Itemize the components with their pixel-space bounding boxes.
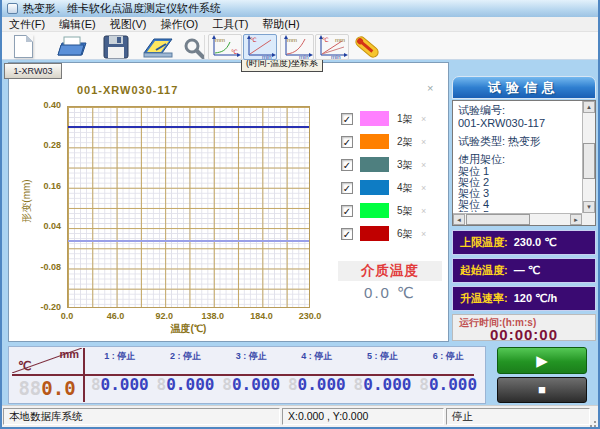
scroll-up-icon[interactable]: ▲: [583, 101, 595, 113]
channel-value: 0.000: [101, 375, 149, 394]
check-icon: ✓: [343, 114, 351, 125]
ghost-digits: 88: [18, 377, 41, 399]
report-button[interactable]: [142, 35, 174, 60]
medium-temp-label: 介质温度: [361, 263, 419, 278]
channel-status: 4 : 停止: [284, 350, 350, 362]
x-tick: 184.0: [250, 311, 273, 321]
legend-remove-icon[interactable]: ×: [421, 229, 426, 239]
rack1-checkbox[interactable]: ✓: [341, 113, 353, 125]
legend-label: 5架: [397, 204, 421, 218]
check-icon: ✓: [343, 160, 351, 171]
scroll-down-icon[interactable]: ▼: [583, 201, 595, 213]
y-tick: 0.28: [43, 140, 61, 150]
chart-mode-deform-temp-button[interactable]: mm ℃: [208, 34, 242, 60]
channel-display: 80.000: [284, 375, 350, 394]
menu-view[interactable]: 视图(V): [103, 17, 154, 31]
legend-label: 3架: [397, 158, 421, 172]
rack5-checkbox[interactable]: ✓: [341, 205, 353, 217]
legend-remove-icon[interactable]: ×: [421, 183, 426, 193]
legend-label: 6架: [397, 227, 421, 241]
open-file-button[interactable]: [56, 35, 88, 59]
x-tick: 46.0: [107, 311, 125, 321]
info-line: 试验编号:: [458, 104, 580, 117]
info-line: 架位 5: [458, 210, 580, 212]
axis-label: min: [331, 54, 341, 59]
axis-label: min: [262, 54, 272, 59]
new-document-button[interactable]: [14, 35, 33, 58]
ghost-digit: 8: [419, 375, 429, 394]
app-window: 热变形、维卡软化点温度测定仪软件系统 – × 文件(F) 编辑(E) 视图(V)…: [0, 0, 600, 429]
rack6-checkbox[interactable]: ✓: [341, 228, 353, 240]
axis-label: ℃: [250, 37, 257, 43]
axis-label: ℃: [322, 37, 329, 43]
chart-close-icon[interactable]: ×: [427, 82, 433, 94]
legend-row: ✓ 3架 ×: [341, 157, 426, 172]
menu-edit[interactable]: 编辑(E): [52, 17, 103, 31]
y-tick: -0.08: [40, 262, 61, 272]
search-button[interactable]: [183, 37, 205, 59]
zero-reference-line: [68, 240, 309, 242]
axis-label: ℃: [231, 49, 238, 55]
readout-panel: ℃ mm 880.0 1 : 停止 80.000 2 : 停止 80.000 3…: [8, 346, 486, 404]
upper-reference-line: [68, 126, 309, 128]
chart-plot-area[interactable]: [67, 106, 310, 308]
ghost-digit: 8: [91, 375, 101, 394]
info-line: 试验类型: 热变形: [458, 135, 580, 148]
upper-limit-row: 上限温度: 230.0 ℃: [452, 230, 596, 255]
chart-mode-combined-button[interactable]: ℃ mm min: [315, 34, 349, 60]
test-info-box: 试验编号: 001-XRW030-117 试验类型: 热变形 使用架位: 架位 …: [452, 100, 596, 226]
x-tick: 0.0: [61, 311, 74, 321]
channel-display: 80.000: [153, 375, 219, 394]
horizontal-scroll-thumb[interactable]: [466, 214, 530, 225]
vertical-scrollbar[interactable]: ▲ ▼: [582, 101, 595, 213]
menu-help[interactable]: 帮助(H): [255, 17, 306, 31]
chart-mode-time-temp-button[interactable]: ℃ min: [243, 34, 277, 60]
legend-remove-icon[interactable]: ×: [421, 114, 426, 124]
chart-title: 001-XRW030-117: [77, 84, 178, 96]
vertical-scroll-thumb[interactable]: [583, 143, 595, 179]
menu-file[interactable]: 文件(F): [2, 17, 52, 31]
legend-remove-icon[interactable]: ×: [421, 160, 426, 170]
menu-operate[interactable]: 操作(O): [153, 17, 205, 31]
chart-mode-time-deform-button[interactable]: mm min: [280, 34, 314, 60]
menu-tools[interactable]: 工具(T): [205, 17, 255, 31]
unit-header-cell: ℃ mm: [12, 348, 82, 373]
legend: ✓ 1架 × ✓ 2架 × ✓ 3架 × ✓ 4架 × ✓ 5架 ×: [341, 111, 426, 249]
scroll-right-icon[interactable]: ►: [570, 214, 582, 225]
temp-unit-label: ℃: [18, 359, 31, 373]
thermometer-button[interactable]: [352, 35, 382, 59]
test-info-panel: 试验信息 试验编号: 001-XRW030-117 试验类型: 热变形 使用架位…: [452, 76, 596, 341]
resize-grip[interactable]: [594, 421, 596, 423]
rack4-checkbox[interactable]: ✓: [341, 182, 353, 194]
menu-bar: 文件(F) 编辑(E) 视图(V) 操作(O) 工具(T) 帮助(H): [2, 17, 598, 32]
horizontal-scrollbar[interactable]: ◄ ►: [453, 213, 582, 225]
legend-row: ✓ 5架 ×: [341, 203, 426, 218]
app-icon: [7, 3, 18, 14]
channel-value: 0.000: [363, 375, 411, 394]
save-button[interactable]: [103, 35, 129, 59]
rack3-checkbox[interactable]: ✓: [341, 159, 353, 171]
legend-label: 2架: [397, 135, 421, 149]
legend-remove-icon[interactable]: ×: [421, 137, 426, 147]
channel-status: 2 : 停止: [153, 350, 219, 362]
channel-status: 6 : 停止: [415, 350, 481, 362]
window-frame-left: [0, 0, 2, 429]
runtime-box: 运行时间:(h:m:s) 00:00:00: [452, 314, 596, 341]
channel-4: 4 : 停止 80.000: [284, 350, 350, 403]
check-icon: ✓: [343, 229, 351, 240]
axis-label: min: [299, 54, 309, 59]
legend-row: ✓ 1架 ×: [341, 111, 426, 126]
y-axis-ticks: 0.40 0.28 0.16 0.04 -0.08 -0.20: [28, 106, 64, 308]
scroll-left-icon[interactable]: ◄: [453, 214, 465, 225]
start-button[interactable]: ▶: [497, 347, 587, 374]
rack2-checkbox[interactable]: ✓: [341, 136, 353, 148]
stop-button[interactable]: ■: [497, 377, 587, 403]
legend-row: ✓ 6架 ×: [341, 226, 426, 241]
check-icon: ✓: [343, 206, 351, 217]
legend-remove-icon[interactable]: ×: [421, 206, 426, 216]
document-tab[interactable]: 1-XRW03: [4, 63, 62, 79]
channel-value: 0.000: [298, 375, 346, 394]
temperature-value: 0.0: [41, 377, 75, 399]
temperature-display: 880.0: [12, 377, 82, 399]
ghost-digit: 8: [157, 375, 167, 394]
